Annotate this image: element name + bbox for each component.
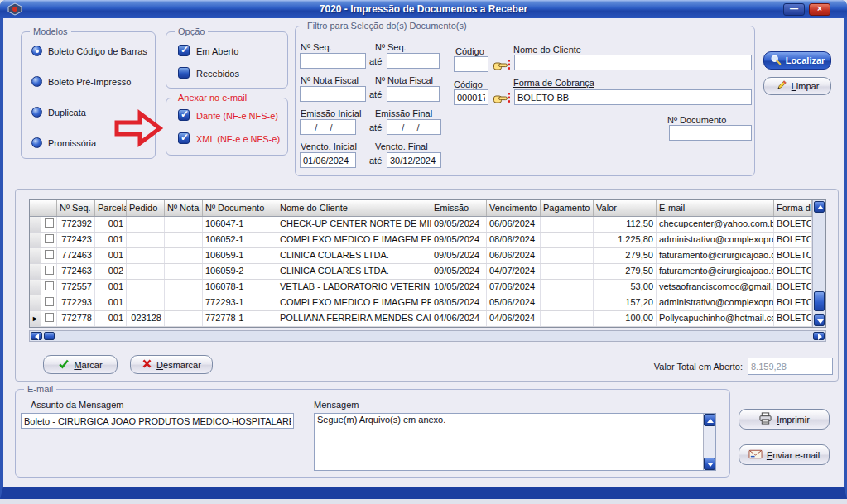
grid-vertical-scrollbar[interactable] (812, 200, 825, 327)
column-header[interactable]: Pedido (127, 200, 165, 216)
vencto-final-input[interactable] (387, 152, 441, 168)
column-header[interactable]: Forma de (774, 200, 812, 216)
row-checkbox[interactable] (45, 250, 54, 259)
radio-promissoria[interactable] (31, 137, 42, 148)
checkbox-danfe[interactable] (178, 109, 190, 121)
cell: checupcenter@yahoo.com.br (657, 217, 774, 232)
checkbox-label: Danfe (NF-e NFS-e) (196, 111, 278, 121)
table-row[interactable]: 772392001106047-1CHECK-UP CENTER NORTE D… (30, 217, 812, 233)
horizontal-scroll-thumb[interactable] (44, 332, 55, 340)
column-header[interactable]: Pagamento (541, 200, 594, 216)
column-header[interactable]: Nº Nota (165, 200, 203, 216)
row-select-cell[interactable] (41, 248, 57, 263)
localizar-button[interactable]: Localizar (763, 51, 831, 70)
scroll-up-button[interactable] (814, 201, 825, 213)
codigo-cliente-input[interactable] (454, 56, 488, 72)
table-row[interactable]: 772423001106052-1COMPLEXO MEDICO E IMAGE… (30, 233, 812, 248)
row-checkbox[interactable] (45, 297, 54, 306)
column-header[interactable]: Nº Documento (203, 200, 277, 216)
cell: 157,20 (594, 295, 657, 310)
table-row[interactable]: 772463001106059-1CLINICA COLARES LTDA.09… (30, 248, 812, 264)
nota-inicial-input[interactable] (300, 86, 366, 102)
cell: vetsaofranciscomoc@gmail.c (657, 280, 774, 295)
emissao-inicial-input[interactable] (300, 119, 356, 135)
codigo-cobranca-input[interactable] (454, 89, 488, 105)
desmarcar-button[interactable]: Desmarcar (130, 355, 213, 374)
cell (165, 248, 203, 263)
scroll-right-button[interactable] (813, 332, 825, 340)
radio-duplicata[interactable] (31, 107, 42, 118)
radio-label: Promissória (48, 138, 96, 148)
radio-boleto-codigo-barras[interactable] (31, 46, 42, 56)
cell: 772778-1 (203, 311, 277, 326)
limpar-button[interactable]: Limpar (763, 77, 831, 95)
column-header[interactable]: E-mail (657, 200, 774, 216)
row-checkbox[interactable] (45, 313, 54, 322)
emissao-final-label: Emissão Final (375, 108, 432, 118)
checkbox-label: Em Aberto (196, 46, 238, 56)
row-checkbox[interactable] (45, 266, 54, 275)
row-checkbox[interactable] (45, 234, 54, 243)
column-header[interactable]: Nome do Cliente (277, 200, 431, 216)
row-select-cell[interactable] (41, 264, 57, 279)
minimize-button[interactable]: — (783, 3, 805, 16)
column-header[interactable]: Vencimento (487, 200, 541, 216)
scroll-down-button[interactable] (814, 314, 825, 326)
nota-final-input[interactable] (387, 86, 440, 102)
row-checkbox[interactable] (45, 218, 54, 228)
nome-cliente-input[interactable] (514, 55, 752, 70)
column-header[interactable]: Emissão (431, 200, 487, 216)
radio-boleto-pre-impresso[interactable] (31, 76, 42, 87)
anexar-group: Anexar no e-mail Danfe (NF-e NFS-e) XML … (166, 98, 288, 156)
mensagem-scrollbar[interactable] (703, 414, 715, 470)
cell: CLINICA COLARES LTDA. (277, 248, 431, 263)
marcar-button[interactable]: Marcar (43, 355, 118, 374)
forma-cobranca-input[interactable] (514, 89, 752, 105)
column-header[interactable]: Parcela (95, 200, 127, 216)
enviar-email-button[interactable]: Enviar e-mail (739, 444, 830, 465)
vencto-final-label: Vencto. Final (375, 142, 428, 151)
row-select-cell[interactable] (41, 233, 57, 247)
table-row[interactable]: 772293001772293-1COMPLEXO MEDICO E IMAGE… (30, 295, 812, 311)
scroll-up-button[interactable] (704, 414, 715, 426)
scroll-down-button[interactable] (704, 458, 715, 470)
documents-grid: Nº Seq.ParcelaPedidoNº NotaNº DocumentoN… (29, 199, 826, 328)
column-header[interactable]: Valor (594, 200, 657, 216)
checkbox-xml[interactable] (178, 132, 190, 144)
grid-horizontal-scrollbar[interactable] (29, 330, 826, 342)
emissao-final-input[interactable] (387, 119, 441, 135)
cell: BOLETO (774, 233, 812, 247)
checkbox-em-aberto[interactable] (178, 45, 190, 56)
seq-inicial-input[interactable] (300, 53, 366, 69)
cell: 1.225,80 (594, 233, 657, 247)
table-row[interactable]: 772463002106059-2CLINICA COLARES LTDA.09… (30, 264, 812, 280)
mensagem-textarea[interactable]: Segue(m) Arquivo(s) em anexo. (314, 413, 716, 471)
cell: 09/05/2024 (431, 217, 487, 232)
scroll-left-button[interactable] (31, 332, 42, 340)
cell: 10/05/2024 (431, 280, 487, 295)
seq-final-input[interactable] (387, 53, 440, 69)
nota-inicial-label: Nº Nota Fiscal (301, 75, 359, 85)
vertical-scroll-thumb[interactable] (814, 291, 825, 311)
row-select-cell[interactable] (41, 280, 57, 295)
checkbox-recebidos[interactable] (178, 67, 190, 79)
forma-cobranca-label: Forma de Cobrança (513, 78, 594, 88)
vencto-inicial-input[interactable] (300, 152, 356, 168)
lookup-hand-icon[interactable] (493, 59, 510, 74)
column-header[interactable]: Nº Seq. (57, 200, 95, 216)
cell: 09/05/2024 (431, 248, 487, 263)
row-select-cell[interactable] (41, 217, 57, 232)
table-row[interactable]: 772557001106078-1VETLAB - LABORATORIO VE… (30, 280, 812, 295)
cell: 53,00 (594, 280, 657, 295)
lookup-hand-icon[interactable] (493, 92, 510, 107)
ate-label: até (369, 89, 382, 99)
close-button[interactable]: × (809, 3, 830, 16)
table-row[interactable]: ►772778001023128772778-1POLLIANA FERREIR… (30, 311, 812, 327)
title-bar[interactable]: 7020 - Impressão de Documentos a Receber… (0, 0, 847, 18)
assunto-input[interactable] (21, 413, 294, 429)
row-checkbox[interactable] (45, 281, 54, 290)
row-select-cell[interactable] (41, 311, 57, 326)
row-select-cell[interactable] (41, 295, 57, 310)
num-documento-input[interactable] (669, 125, 752, 141)
imprimir-button[interactable]: Imprimir (739, 409, 830, 430)
